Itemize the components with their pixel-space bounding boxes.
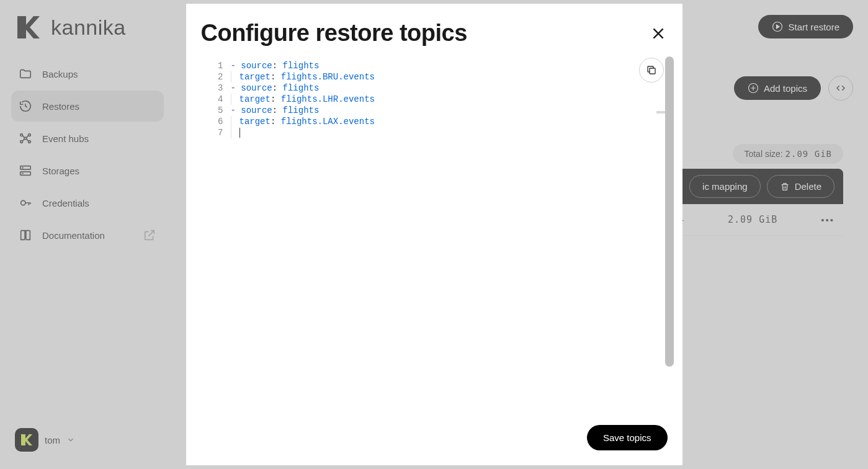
- save-topics-label: Save topics: [603, 432, 651, 443]
- copy-button[interactable]: [639, 58, 664, 83]
- configure-topics-modal: Configure restore topics 1234567 - sourc…: [186, 4, 682, 465]
- copy-icon: [646, 65, 657, 76]
- minimap-highlight: [656, 111, 665, 114]
- save-topics-button[interactable]: Save topics: [587, 425, 668, 450]
- close-icon[interactable]: [650, 25, 666, 42]
- modal-title: Configure restore topics: [201, 20, 467, 47]
- scrollbar-thumb[interactable]: [665, 56, 674, 367]
- modal-overlay[interactable]: Configure restore topics 1234567 - sourc…: [0, 0, 868, 469]
- modal-footer: Save topics: [186, 414, 682, 465]
- editor-scrollbar[interactable]: [665, 56, 674, 414]
- editor-code[interactable]: - source: flightstarget: flights.BRU.eve…: [231, 56, 375, 414]
- modal-header: Configure restore topics: [186, 4, 682, 56]
- svg-rect-12: [650, 68, 655, 74]
- editor-gutter: 1234567: [201, 56, 231, 414]
- yaml-editor[interactable]: 1234567 - source: flightstarget: flights…: [201, 56, 668, 414]
